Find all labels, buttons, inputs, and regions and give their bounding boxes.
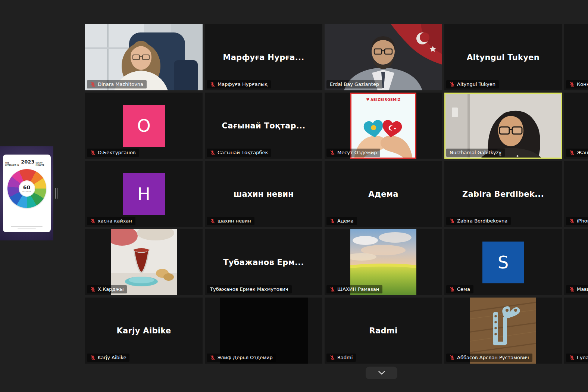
muted-mic-icon bbox=[90, 355, 96, 360]
muted-mic-icon bbox=[210, 218, 215, 224]
participant-label: Аббасов Арслан Рустамович bbox=[446, 354, 532, 362]
meeting-window: THE INTERNET IN 2023 EVERY MINUTE 60 SEC… bbox=[0, 0, 588, 392]
participant-label: ШАХИН Рамазан bbox=[326, 285, 382, 293]
photo-caption: ABIZBIRGEMIZ bbox=[370, 98, 400, 102]
participant-tile[interactable]: Nurzhamal Gabitkyzy bbox=[444, 93, 562, 159]
participant-name-text: Erdal Bay Gaziantep bbox=[330, 81, 379, 87]
muted-mic-icon bbox=[210, 355, 215, 360]
infographic-wheel: 60 SECONDS bbox=[7, 169, 46, 208]
participant-name-text: Zabira Berdibekovna bbox=[457, 218, 507, 224]
share-preview-resize-handle[interactable] bbox=[55, 188, 57, 199]
participant-name-text: Конка bbox=[577, 81, 588, 87]
muted-mic-icon bbox=[330, 287, 335, 292]
shared-screen-thumbnail[interactable]: THE INTERNET IN 2023 EVERY MINUTE 60 SEC… bbox=[0, 146, 53, 240]
participant-tile[interactable]: Тубажанов Ерм... Тубажанов Ермек Махмуто… bbox=[205, 229, 322, 295]
participant-tile[interactable]: O О.Бектурганов bbox=[85, 93, 203, 159]
participant-tile[interactable]: Аббасов Арслан Рустамович bbox=[444, 298, 562, 364]
infographic-title: THE INTERNET IN 2023 EVERY MINUTE bbox=[5, 159, 49, 166]
participant-name-text: Элиф Дерья Оздемир bbox=[218, 355, 273, 361]
participant-tile[interactable]: Жана bbox=[564, 93, 588, 159]
participant-label: Гулай bbox=[566, 354, 588, 362]
participant-name-text: Сағынай Тоқтарбек bbox=[218, 150, 268, 156]
muted-mic-icon bbox=[569, 287, 575, 292]
participant-label: Месут Оздемир bbox=[326, 149, 380, 157]
participant-label: Элиф Дерья Оздемир bbox=[207, 354, 276, 362]
muted-mic-icon bbox=[210, 82, 215, 87]
participant-label: Марфуға Нурғалық bbox=[207, 80, 271, 88]
participant-tile[interactable]: Erdal Bay Gaziantep bbox=[325, 24, 442, 90]
muted-mic-icon bbox=[210, 150, 215, 155]
participant-tile[interactable]: шахин невин шахин невин bbox=[205, 161, 322, 227]
participant-tile[interactable]: S Сема bbox=[444, 229, 562, 295]
participant-label: Altyngul Tukyen bbox=[446, 80, 499, 88]
participant-tile[interactable]: Zabira Berdibek... Zabira Berdibekovna bbox=[444, 161, 562, 227]
participant-tile[interactable]: Altyngul Tukyen Altyngul Tukyen bbox=[444, 24, 562, 90]
infographic-card: THE INTERNET IN 2023 EVERY MINUTE 60 SEC… bbox=[3, 155, 51, 232]
participant-tile[interactable]: Адема Адема bbox=[325, 161, 442, 227]
participant-name-text: О.Бектурганов bbox=[98, 150, 136, 156]
participant-label: Мави bbox=[566, 285, 588, 293]
participant-tile[interactable]: Х.Карджы bbox=[85, 229, 203, 295]
participant-name-text: Dinara Mazhitovna bbox=[98, 81, 143, 87]
wheel-subtext: SECONDS bbox=[22, 190, 31, 192]
participant-name-text: Тубажанов Ермек Махмутович bbox=[210, 286, 288, 292]
muted-mic-icon bbox=[330, 218, 335, 224]
participant-name-text: Адема bbox=[337, 218, 354, 224]
infographic-title-right: EVERY MINUTE bbox=[35, 162, 48, 166]
participant-tile[interactable]: Мави bbox=[564, 229, 588, 295]
participant-name-text: Жана bbox=[577, 150, 588, 156]
participant-label: Сағынай Тоқтарбек bbox=[207, 149, 271, 157]
muted-mic-icon bbox=[569, 218, 575, 224]
muted-mic-icon bbox=[330, 355, 335, 360]
heart-icon: ♥ bbox=[366, 98, 369, 102]
participant-label: шахин невин bbox=[207, 217, 254, 225]
participant-name-text: хасна кайхан bbox=[98, 218, 132, 224]
participant-name-text: ШАХИН Рамазан bbox=[337, 286, 379, 292]
participant-label: Жана bbox=[566, 149, 588, 157]
participant-label: Сема bbox=[446, 285, 473, 293]
muted-mic-icon bbox=[569, 355, 575, 360]
participant-tile[interactable]: Dinara Mazhitovna bbox=[85, 24, 203, 90]
participant-tile[interactable]: Radmi Radmi bbox=[325, 298, 442, 364]
participant-label: Radmi bbox=[326, 354, 356, 362]
participant-grid: Dinara Mazhitovna Марфуға Нурға... Марфу… bbox=[85, 24, 588, 364]
participant-tile[interactable]: Конка bbox=[564, 24, 588, 90]
participant-name-text: Месут Оздемир bbox=[337, 150, 377, 156]
participant-avatar: H bbox=[123, 173, 165, 215]
participant-name-text: Мави bbox=[577, 286, 588, 292]
participant-label: Тубажанов Ермек Махмутович bbox=[207, 285, 292, 293]
infographic-year: 2023 bbox=[21, 159, 34, 165]
participant-label: Zabira Berdibekovna bbox=[446, 217, 511, 225]
participant-name-text: Гулай bbox=[577, 355, 588, 361]
participant-tile[interactable]: Элиф Дерья Оздемир bbox=[205, 298, 322, 364]
participant-label: Nurzhamal Gabitkyzy bbox=[446, 149, 505, 157]
participant-tile[interactable]: Сағынай Тоқтар... Сағынай Тоқтарбек bbox=[205, 93, 322, 159]
muted-mic-icon bbox=[569, 82, 575, 87]
participant-tile[interactable]: H хасна кайхан bbox=[85, 161, 203, 227]
participant-label: Конка bbox=[566, 80, 588, 88]
infographic-wheel-center: 60 SECONDS bbox=[19, 181, 34, 196]
participant-label: Х.Карджы bbox=[87, 285, 127, 293]
infographic-title-left: THE INTERNET IN bbox=[5, 162, 20, 166]
muted-mic-icon bbox=[450, 218, 455, 224]
collapse-gallery-button[interactable] bbox=[366, 367, 397, 379]
participant-tile[interactable]: ♥ ABIZBIRGEMIZ Месут Оздемир bbox=[325, 93, 442, 159]
participant-name-text: Karjy Aibike bbox=[98, 355, 126, 361]
muted-mic-icon bbox=[450, 287, 455, 292]
participant-label: Dinara Mazhitovna bbox=[87, 80, 147, 88]
muted-mic-icon bbox=[90, 287, 96, 292]
participant-tile[interactable]: ШАХИН Рамазан bbox=[325, 229, 442, 295]
participant-tile[interactable]: Karjy Aibike Karjy Aibike bbox=[85, 298, 203, 364]
participant-name-text: Аббасов Арслан Рустамович bbox=[457, 355, 529, 361]
participant-name-text: iPhon bbox=[577, 218, 588, 224]
participant-avatar: O bbox=[123, 105, 165, 147]
participant-label: хасна кайхан bbox=[87, 217, 135, 225]
participant-tile[interactable]: iPhon bbox=[564, 161, 588, 227]
participant-tile[interactable]: Марфуға Нурға... Марфуға Нурғалық bbox=[205, 24, 322, 90]
participant-label: Karjy Aibike bbox=[87, 354, 129, 362]
participant-name-text: Сема bbox=[457, 286, 470, 292]
participant-name-text: Radmi bbox=[337, 355, 353, 361]
muted-mic-icon bbox=[330, 150, 335, 155]
participant-tile[interactable]: Гулай bbox=[564, 298, 588, 364]
muted-mic-icon bbox=[450, 355, 455, 360]
